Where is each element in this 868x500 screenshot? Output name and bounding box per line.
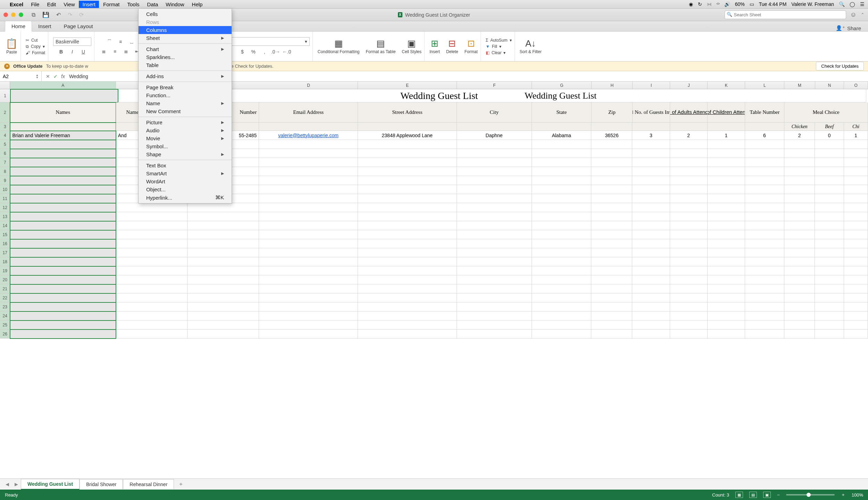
- cell-l7[interactable]: [745, 158, 784, 167]
- cell-h10[interactable]: [591, 185, 632, 194]
- battery-icon[interactable]: ▭: [750, 1, 754, 7]
- cell-h9[interactable]: [591, 176, 632, 185]
- cell-a14[interactable]: [10, 221, 116, 230]
- cell-e25[interactable]: [358, 320, 457, 330]
- cell-j21[interactable]: [670, 284, 708, 293]
- cell-b20[interactable]: [116, 275, 187, 284]
- cell-e14[interactable]: [358, 221, 457, 230]
- menu-item-chart[interactable]: Chart▶: [139, 45, 232, 53]
- cell-g18[interactable]: [532, 257, 592, 266]
- cell-e23[interactable]: [358, 302, 457, 311]
- cell-m17[interactable]: [784, 248, 815, 257]
- zoom-thumb[interactable]: [807, 493, 811, 497]
- cell-a22[interactable]: [10, 293, 116, 302]
- cell-f16[interactable]: [457, 239, 532, 248]
- cell-g14[interactable]: [532, 221, 592, 230]
- col-header-k[interactable]: K: [708, 82, 745, 89]
- cell-a18[interactable]: [10, 257, 116, 266]
- cell-i20[interactable]: [632, 275, 670, 284]
- cell-i7[interactable]: [632, 158, 670, 167]
- cell-hdr-table[interactable]: Table Number: [745, 102, 784, 123]
- cell-c15[interactable]: [187, 230, 259, 239]
- cell-f3[interactable]: [457, 123, 532, 131]
- cell-i3[interactable]: [632, 123, 670, 131]
- row-header-7[interactable]: 7: [0, 158, 10, 167]
- cell-i23[interactable]: [632, 302, 670, 311]
- repeat-icon[interactable]: ⟳: [78, 11, 85, 19]
- cell-o14[interactable]: [844, 221, 868, 230]
- cell-g21[interactable]: [532, 284, 592, 293]
- cell-f26[interactable]: [457, 330, 532, 339]
- cell-j14[interactable]: [670, 221, 708, 230]
- cell-a26[interactable]: [10, 330, 116, 339]
- volume-icon[interactable]: 🔊: [724, 1, 730, 7]
- cell-k21[interactable]: [708, 284, 745, 293]
- cell-f23[interactable]: [457, 302, 532, 311]
- cell-e3[interactable]: [358, 123, 457, 131]
- cell-l6[interactable]: [745, 149, 784, 158]
- cell-l3[interactable]: [745, 123, 784, 131]
- cell-b21[interactable]: [116, 284, 187, 293]
- autosave-icon[interactable]: ⧉: [30, 11, 37, 19]
- cell-k22[interactable]: [708, 293, 745, 302]
- cell-j20[interactable]: [670, 275, 708, 284]
- cell-hdr-city[interactable]: City: [457, 102, 532, 123]
- cell-h3[interactable]: [591, 123, 632, 131]
- cell-d20[interactable]: [259, 275, 358, 284]
- cell-h22[interactable]: [591, 293, 632, 302]
- cell-j26[interactable]: [670, 330, 708, 339]
- cell-a24[interactable]: [10, 311, 116, 320]
- cell-m20[interactable]: [784, 275, 815, 284]
- cell-j8[interactable]: [670, 167, 708, 176]
- cell-i9[interactable]: [632, 176, 670, 185]
- bluetooth-icon[interactable]: ⧓: [707, 1, 712, 7]
- cell-hdr-state[interactable]: State: [532, 102, 592, 123]
- zoom-out-icon[interactable]: −: [777, 492, 780, 498]
- row-header-4[interactable]: 4: [0, 131, 10, 140]
- cell-d11[interactable]: [259, 194, 358, 203]
- tab-home[interactable]: Home: [5, 21, 32, 32]
- cell-n17[interactable]: [815, 248, 844, 257]
- cell-m15[interactable]: [784, 230, 815, 239]
- fill-button[interactable]: ▼Fill ▾: [486, 44, 512, 49]
- row-header-26[interactable]: 26: [0, 330, 10, 339]
- cell-j24[interactable]: [670, 311, 708, 320]
- cell-n25[interactable]: [815, 320, 844, 330]
- cell-g25[interactable]: [532, 320, 592, 330]
- cell-k7[interactable]: [708, 158, 745, 167]
- cell-k17[interactable]: [708, 248, 745, 257]
- cell-a20[interactable]: [10, 275, 116, 284]
- cell-a25[interactable]: [10, 320, 116, 330]
- cell-e15[interactable]: [358, 230, 457, 239]
- inc-decimal-icon[interactable]: .0→: [271, 48, 280, 56]
- col-header-o[interactable]: O: [844, 82, 868, 89]
- cell-j9[interactable]: [670, 176, 708, 185]
- cell-o7[interactable]: [844, 158, 868, 167]
- cell-n26[interactable]: [815, 330, 844, 339]
- cell-e21[interactable]: [358, 284, 457, 293]
- cell-n9[interactable]: [815, 176, 844, 185]
- cell-j17[interactable]: [670, 248, 708, 257]
- cell-g23[interactable]: [532, 302, 592, 311]
- row-header-3[interactable]: 3: [0, 123, 10, 131]
- cell-g12[interactable]: [532, 203, 592, 212]
- menu-data[interactable]: Data: [144, 1, 162, 8]
- cell-g13[interactable]: [532, 212, 592, 221]
- cell-m6[interactable]: [784, 149, 815, 158]
- cell-d3[interactable]: [259, 123, 358, 131]
- cell-k19[interactable]: [708, 266, 745, 275]
- cell-b18[interactable]: [116, 257, 187, 266]
- menu-format[interactable]: Format: [100, 1, 123, 8]
- cell-j23[interactable]: [670, 302, 708, 311]
- notifications-icon[interactable]: ☰: [860, 1, 865, 7]
- row-header-20[interactable]: 20: [0, 275, 10, 284]
- cell-h6[interactable]: [591, 149, 632, 158]
- menu-view[interactable]: View: [60, 1, 78, 8]
- row-header-1[interactable]: 1: [0, 89, 10, 102]
- cell-a15[interactable]: [10, 230, 116, 239]
- cell-j12[interactable]: [670, 203, 708, 212]
- cell-c12[interactable]: [187, 203, 259, 212]
- cell-e12[interactable]: [358, 203, 457, 212]
- cell-b26[interactable]: [116, 330, 187, 339]
- cell-m22[interactable]: [784, 293, 815, 302]
